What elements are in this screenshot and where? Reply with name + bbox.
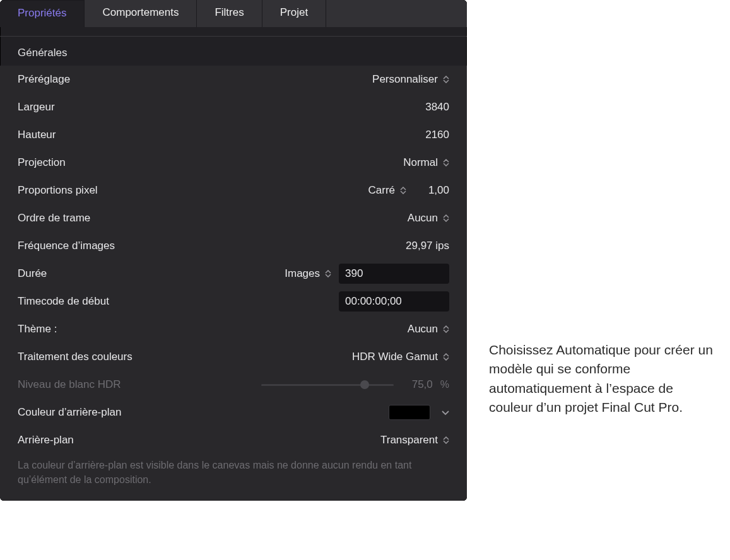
hdr-white-slider[interactable] <box>261 384 394 386</box>
inspector-panel: Propriétés Comportements Filtres Projet … <box>0 0 467 501</box>
field-order-label: Ordre de trame <box>18 212 156 225</box>
duration-unit-popup[interactable]: Images <box>285 267 331 280</box>
hdr-white-label: Niveau de blanc HDR <box>18 378 156 391</box>
color-processing-value: HDR Wide Gamut <box>352 351 438 363</box>
callout-leader-line <box>0 501 730 560</box>
preset-popup[interactable]: Personnaliser <box>372 73 449 86</box>
pixel-aspect-ratio[interactable]: 1,00 <box>414 184 449 197</box>
updown-icon <box>443 76 449 83</box>
height-value[interactable]: 2160 <box>406 129 449 141</box>
chevron-down-icon[interactable] <box>442 407 449 418</box>
color-processing-popup[interactable]: HDR Wide Gamut <box>352 351 449 363</box>
tab-properties[interactable]: Propriétés <box>0 0 85 27</box>
width-label: Largeur <box>18 101 156 114</box>
background-note: La couleur d’arrière-plan est visible da… <box>18 454 449 487</box>
height-label: Hauteur <box>18 129 156 141</box>
tab-project[interactable]: Projet <box>262 0 326 27</box>
updown-icon <box>443 353 449 361</box>
color-processing-label: Traitement des couleurs <box>18 351 156 363</box>
pixel-aspect-value: Carré <box>368 184 395 197</box>
bg-color-swatch[interactable] <box>389 405 430 420</box>
bg-color-label: Couleur d’arrière-plan <box>18 406 156 419</box>
start-timecode-input[interactable] <box>339 291 449 312</box>
updown-icon <box>443 159 449 166</box>
pixel-aspect-label: Proportions pixel <box>18 184 156 197</box>
hdr-white-value[interactable]: 75,0 <box>401 378 433 391</box>
frame-rate-value[interactable]: 29,97 ips <box>374 240 449 252</box>
duration-unit-value: Images <box>285 267 320 280</box>
updown-icon <box>325 270 331 277</box>
slider-knob[interactable] <box>360 380 369 389</box>
updown-icon <box>443 214 449 222</box>
preset-label: Préréglage <box>18 73 156 86</box>
field-order-value: Aucun <box>408 212 438 225</box>
width-value[interactable]: 3840 <box>406 101 449 114</box>
general-section: Préréglage Personnaliser Largeur 3840 Ha… <box>0 66 467 501</box>
projection-popup[interactable]: Normal <box>403 156 449 169</box>
updown-icon <box>443 436 449 444</box>
projection-label: Projection <box>18 156 156 169</box>
callout-text: Choisissez Automatique pour créer un mod… <box>489 341 716 417</box>
section-general-title: Générales <box>0 47 467 66</box>
inspector-tabs: Propriétés Comportements Filtres Projet <box>0 0 467 27</box>
pixel-aspect-popup[interactable]: Carré <box>368 184 406 197</box>
start-timecode-label: Timecode de début <box>18 295 156 308</box>
frame-rate-label: Fréquence d’images <box>18 240 156 252</box>
tab-filters[interactable]: Filtres <box>197 0 262 27</box>
hdr-white-unit: % <box>440 379 449 390</box>
projection-value: Normal <box>403 156 438 169</box>
background-label: Arrière-plan <box>18 434 156 446</box>
background-value: Transparent <box>380 434 438 446</box>
theme-value: Aucun <box>408 323 438 335</box>
duration-label: Durée <box>18 267 156 280</box>
field-order-popup[interactable]: Aucun <box>408 212 449 225</box>
theme-popup[interactable]: Aucun <box>408 323 449 335</box>
updown-icon <box>443 325 449 333</box>
tab-behaviors[interactable]: Comportements <box>85 0 197 27</box>
background-popup[interactable]: Transparent <box>380 434 449 446</box>
preset-value: Personnaliser <box>372 73 438 86</box>
theme-label: Thème : <box>18 323 156 335</box>
updown-icon <box>400 187 406 194</box>
duration-input[interactable] <box>339 264 449 284</box>
